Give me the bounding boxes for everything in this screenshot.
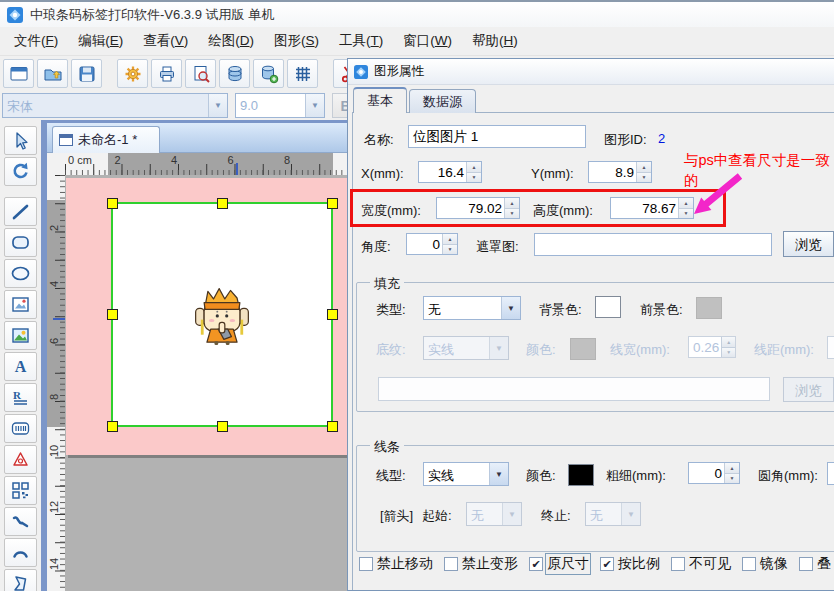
menu-item[interactable]: 编辑(E) xyxy=(68,28,133,54)
fill-file-input xyxy=(378,377,770,401)
document-tab[interactable]: 未命名-1 * xyxy=(52,126,160,153)
rich-text-tool-button[interactable]: R xyxy=(4,383,37,412)
option-checkbox-镜像[interactable]: 镜像 xyxy=(742,555,788,573)
bg-color-swatch[interactable] xyxy=(595,296,621,318)
menu-item[interactable]: 工具(T) xyxy=(329,28,393,54)
angle-spinner[interactable]: 0 ▲▼ xyxy=(406,233,458,255)
polyline-tool-button[interactable] xyxy=(4,507,37,536)
menu-item[interactable]: 窗口(W) xyxy=(393,28,462,54)
spin-down-icon[interactable]: ▼ xyxy=(505,208,519,219)
shape-tool-button[interactable] xyxy=(4,445,37,474)
menu-item[interactable]: 帮助(H) xyxy=(462,28,528,54)
mask-browse-button[interactable]: 浏览 xyxy=(783,231,834,257)
option-checkbox-禁止变形[interactable]: 禁止变形 xyxy=(444,555,518,573)
y-spinner[interactable]: 8.9 ▲▼ xyxy=(588,161,652,183)
mask-input[interactable] xyxy=(534,233,772,256)
ellipse-tool-button[interactable] xyxy=(4,259,37,288)
menu-item[interactable]: 图形(S) xyxy=(264,28,329,54)
tab-basic[interactable]: 基本 xyxy=(353,87,407,113)
rounded-rect-tool-button[interactable] xyxy=(4,228,37,257)
spin-up-icon[interactable]: ▲ xyxy=(505,198,519,208)
width-spinner[interactable]: 79.02 ▲▼ xyxy=(436,197,520,219)
fill-type-select[interactable]: 无 ▼ xyxy=(423,296,521,320)
height-spinner[interactable]: 78.67 ▲▼ xyxy=(610,197,694,219)
menu-item[interactable]: 绘图(D) xyxy=(198,28,264,54)
line-tool-button[interactable] xyxy=(4,197,37,226)
fg-color-swatch[interactable] xyxy=(696,297,722,319)
selected-image-object[interactable] xyxy=(112,203,332,426)
grid-button[interactable] xyxy=(287,59,318,88)
rotate-tool-button[interactable] xyxy=(4,157,37,186)
checkbox-checked-icon[interactable]: ✔ xyxy=(600,557,614,571)
database-button[interactable] xyxy=(219,59,250,88)
selection-handle[interactable] xyxy=(107,309,118,320)
checkbox-unchecked-icon[interactable] xyxy=(359,557,373,571)
chevron-down-icon[interactable]: ▼ xyxy=(305,94,324,117)
print-button[interactable] xyxy=(151,59,182,88)
print-preview-button[interactable] xyxy=(185,59,216,88)
spin-down-icon[interactable]: ▼ xyxy=(443,244,457,255)
selection-handle[interactable] xyxy=(107,198,118,209)
selection-handle[interactable] xyxy=(327,309,338,320)
selection-handle[interactable] xyxy=(217,198,228,209)
line-color-swatch[interactable] xyxy=(568,464,594,486)
settings-button[interactable] xyxy=(117,59,148,88)
save-button[interactable] xyxy=(71,59,102,88)
database-connect-button[interactable] xyxy=(253,59,284,88)
spin-down-icon[interactable]: ▼ xyxy=(467,172,481,183)
spin-down-icon[interactable]: ▼ xyxy=(679,208,693,219)
checkbox-unchecked-icon[interactable] xyxy=(671,557,685,571)
settings-icon xyxy=(123,64,143,84)
select-tool-button[interactable] xyxy=(4,126,37,155)
arc-tool-icon xyxy=(10,542,31,563)
dialog-titlebar[interactable]: 图形属性 xyxy=(348,59,834,85)
chevron-down-icon[interactable]: ▼ xyxy=(501,297,520,319)
corner-radius-input[interactable] xyxy=(827,462,834,485)
selection-handle[interactable] xyxy=(107,421,118,432)
tab-datasource[interactable]: 数据源 xyxy=(409,89,476,113)
spin-down-icon[interactable]: ▼ xyxy=(725,473,739,484)
image-tool-button[interactable] xyxy=(4,290,37,319)
pattern-color-swatch xyxy=(570,338,596,360)
grid-icon xyxy=(293,64,313,84)
option-checkbox-不可见[interactable]: 不可见 xyxy=(671,555,731,573)
checkbox-unchecked-icon[interactable] xyxy=(742,557,756,571)
checkbox-checked-icon[interactable]: ✔ xyxy=(529,557,543,571)
design-canvas[interactable] xyxy=(65,175,347,591)
option-checkbox-原尺寸[interactable]: ✔原尺寸 xyxy=(529,555,589,573)
selection-handle[interactable] xyxy=(217,421,228,432)
svg-text:A: A xyxy=(15,358,27,375)
open-button[interactable] xyxy=(37,59,68,88)
checkbox-unchecked-icon[interactable] xyxy=(799,557,813,571)
option-checkbox-禁止移动[interactable]: 禁止移动 xyxy=(359,555,433,573)
new-document-button[interactable] xyxy=(3,59,34,88)
color-image-tool-button[interactable] xyxy=(4,321,37,350)
spin-up-icon[interactable]: ▲ xyxy=(725,463,739,473)
qrcode-tool-button[interactable] xyxy=(4,476,37,505)
option-checkbox-按比例[interactable]: ✔按比例 xyxy=(600,555,660,573)
line-weight-spinner[interactable]: 0 ▲▼ xyxy=(688,462,740,484)
shape-id-label: 图形ID: xyxy=(604,131,647,149)
chevron-down-icon[interactable]: ▼ xyxy=(489,463,508,485)
menu-item[interactable]: 文件(F) xyxy=(4,28,68,54)
line-style-select[interactable]: 实线 ▼ xyxy=(423,462,509,486)
polygon-tool-button[interactable] xyxy=(4,569,37,591)
selection-handle[interactable] xyxy=(327,421,338,432)
selection-handle[interactable] xyxy=(327,198,338,209)
option-checkbox-叠[interactable]: 叠 xyxy=(799,555,831,573)
checkbox-unchecked-icon[interactable] xyxy=(444,557,458,571)
spin-up-icon[interactable]: ▲ xyxy=(467,162,481,172)
barcode-tool-button[interactable] xyxy=(4,414,37,443)
spin-up-icon[interactable]: ▲ xyxy=(443,234,457,244)
spin-up-icon[interactable]: ▲ xyxy=(679,198,693,208)
chevron-down-icon[interactable]: ▼ xyxy=(208,94,227,117)
font-family-select[interactable]: 宋体 ▼ xyxy=(2,93,228,118)
arc-tool-button[interactable] xyxy=(4,538,37,567)
text-tool-button[interactable]: A xyxy=(4,352,37,381)
x-spinner[interactable]: 16.4 ▲▼ xyxy=(418,161,482,183)
spin-up-icon[interactable]: ▲ xyxy=(637,162,651,172)
name-input[interactable]: 位图图片 1 xyxy=(408,125,586,148)
menu-item[interactable]: 查看(V) xyxy=(133,28,198,54)
font-size-select[interactable]: 9.0 ▼ xyxy=(235,93,325,118)
spin-down-icon[interactable]: ▼ xyxy=(637,172,651,183)
